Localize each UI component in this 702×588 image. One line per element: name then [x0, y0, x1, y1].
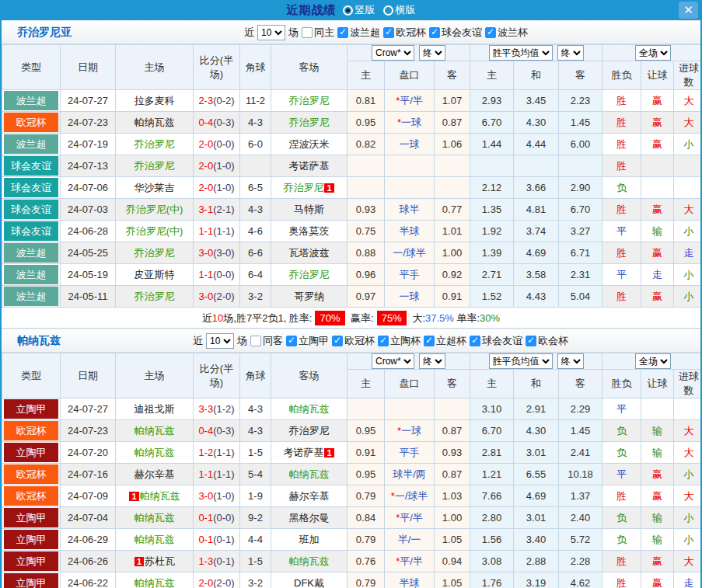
cell-crow-home-odds	[348, 177, 385, 199]
team-name: 迪祖戈斯	[134, 403, 175, 415]
crow-final-select[interactable]: 终	[419, 353, 445, 369]
cell-home-team: 赫尔辛基	[116, 464, 194, 485]
cell-result: 平	[602, 221, 641, 242]
fulltime-select[interactable]: 全场	[635, 353, 671, 369]
cell-corner: 5-4	[240, 464, 271, 485]
cell-date: 24-07-23	[61, 112, 116, 134]
cell-odds-draw: 4.44	[514, 134, 559, 155]
radio-unchecked-icon[interactable]	[383, 5, 393, 16]
halftime-score: (0-2)	[213, 95, 234, 106]
league-filter[interactable]: 立超杯	[424, 334, 466, 348]
league-badge: 球会友谊	[4, 178, 58, 197]
cell-score: 3-0(3-0)	[194, 242, 240, 264]
checkbox-icon[interactable]	[332, 336, 343, 346]
league-filter-label: 波兰超	[350, 26, 380, 40]
column-header-date: 日期	[61, 353, 116, 398]
league-filter[interactable]: 波兰杯	[485, 26, 528, 40]
cell-goals: 大	[674, 112, 702, 134]
checkbox-icon[interactable]	[337, 27, 348, 38]
red-card-badge: 1	[134, 557, 144, 566]
team-name: 帕纳瓦兹	[140, 490, 180, 502]
cell-goals: 大	[674, 199, 702, 221]
vertical-layout-radio[interactable]: 竖版	[343, 3, 375, 17]
cell-corner: 4-3	[240, 199, 271, 221]
same-venue-filter[interactable]: 同主	[302, 26, 334, 40]
cell-crow-home-odds: 0.95	[348, 464, 385, 485]
league-badge: 波兰超	[4, 91, 58, 110]
cell-corner: 4-4	[240, 529, 271, 551]
crow-company-select[interactable]: Crow*	[372, 45, 414, 61]
checkbox-icon[interactable]	[429, 27, 440, 38]
match-count-select[interactable]: 10	[206, 333, 234, 349]
wdl-final-select[interactable]: 终	[557, 45, 584, 61]
cell-handicap: *一球	[385, 420, 435, 442]
column-header-spread: 让球	[641, 370, 674, 398]
match-count-select[interactable]: 10	[257, 25, 285, 40]
cell-crow-home-odds: 0.81	[348, 90, 385, 112]
league-filter[interactable]: 立陶甲	[286, 334, 329, 348]
crow-company-select[interactable]: Crow*	[372, 353, 414, 369]
league-filter-label: 波兰杯	[498, 26, 528, 40]
league-filter[interactable]: 欧冠杯	[332, 334, 375, 348]
fulltime-select-group: 全场	[602, 353, 702, 370]
league-filter[interactable]: 波兰超	[337, 26, 380, 40]
team-name: 乔治罗尼	[289, 269, 330, 280]
checkbox-icon[interactable]	[302, 27, 313, 38]
checkbox-icon[interactable]	[250, 336, 261, 346]
checkbox-icon[interactable]	[383, 27, 394, 38]
cell-odds-draw: 4.69	[514, 485, 559, 507]
cell-corner: 9-2	[240, 507, 271, 529]
cell-goals: 大	[674, 442, 702, 464]
crow-final-select[interactable]: 终	[419, 45, 445, 61]
horizontal-layout-radio[interactable]: 横版	[383, 3, 416, 17]
column-header-corner: 角球	[240, 45, 271, 90]
cell-away-team: 涅波沃米	[271, 134, 348, 155]
cell-goals: 小	[674, 529, 702, 551]
titlebar: 近期战绩 竖版 横版 ✕	[2, 0, 700, 20]
close-button[interactable]: ✕	[679, 2, 698, 19]
cell-home-team: 皮亚斯特	[116, 264, 194, 286]
league-filter[interactable]: 球会友谊	[470, 334, 522, 348]
checkbox-icon[interactable]	[470, 336, 480, 346]
cell-result: 胜	[602, 155, 641, 177]
team-name: 涅波沃米	[289, 138, 330, 150]
radio-checked-icon[interactable]	[343, 5, 353, 16]
cell-result: 负	[602, 177, 641, 199]
table-row: 立陶甲24-06-29帕纳瓦兹0-1(0-1)4-4班加0.79半/一1.051…	[2, 529, 702, 551]
column-header-goals: 进球数	[674, 61, 702, 90]
wdl-odds-select[interactable]: 胜平负均值	[489, 45, 553, 61]
cell-odds-home: 3.10	[470, 398, 514, 420]
cell-date: 24-05-11	[61, 286, 116, 308]
league-filter[interactable]: 欧会杯	[526, 334, 568, 348]
cell-date: 24-07-06	[61, 177, 116, 199]
column-header-score: 比分(半场)	[194, 353, 240, 398]
team-name: 考诺萨基	[289, 160, 330, 172]
cell-handicap: 球半	[385, 199, 435, 221]
cell-corner: 3-2	[240, 572, 271, 588]
league-filter[interactable]: 球会友谊	[429, 26, 482, 40]
league-badge: 欧冠杯	[4, 113, 58, 132]
horizontal-layout-label: 横版	[396, 3, 416, 17]
cell-crow-home-odds: 0.93	[348, 199, 385, 221]
wdl-final-select[interactable]: 终	[557, 353, 584, 369]
league-filter[interactable]: 立陶杯	[378, 334, 421, 348]
checkbox-icon[interactable]	[526, 336, 536, 346]
handicap-value: 半球	[400, 577, 420, 588]
checkbox-icon[interactable]	[378, 336, 389, 346]
section-header: 帕纳瓦兹近10场同客立陶甲欧冠杯立陶杯立超杯球会友谊欧会杯	[2, 329, 700, 353]
cell-result: 胜	[602, 551, 641, 572]
team-name: 考诺萨基	[283, 447, 323, 458]
match-history-window: 近期战绩 竖版 横版 ✕ 乔治罗尼亚近10场同主波兰超欧冠杯球会友谊波兰杯类型日…	[0, 0, 702, 588]
cell-odds-home: 2.12	[470, 177, 514, 199]
checkbox-icon[interactable]	[424, 336, 435, 346]
cell-home-team: 帕纳瓦兹	[116, 529, 194, 551]
checkbox-icon[interactable]	[286, 336, 297, 346]
cell-score: 1-3(0-1)	[194, 551, 240, 572]
checkbox-icon[interactable]	[485, 27, 496, 38]
same-venue-filter[interactable]: 同客	[250, 334, 283, 348]
cell-score: 0-4(0-3)	[194, 420, 240, 442]
cell-home-team: 乔治罗尼	[116, 155, 194, 177]
wdl-odds-select[interactable]: 胜平负均值	[489, 353, 553, 369]
fulltime-select[interactable]: 全场	[635, 45, 671, 61]
league-filter[interactable]: 欧冠杯	[383, 26, 426, 40]
